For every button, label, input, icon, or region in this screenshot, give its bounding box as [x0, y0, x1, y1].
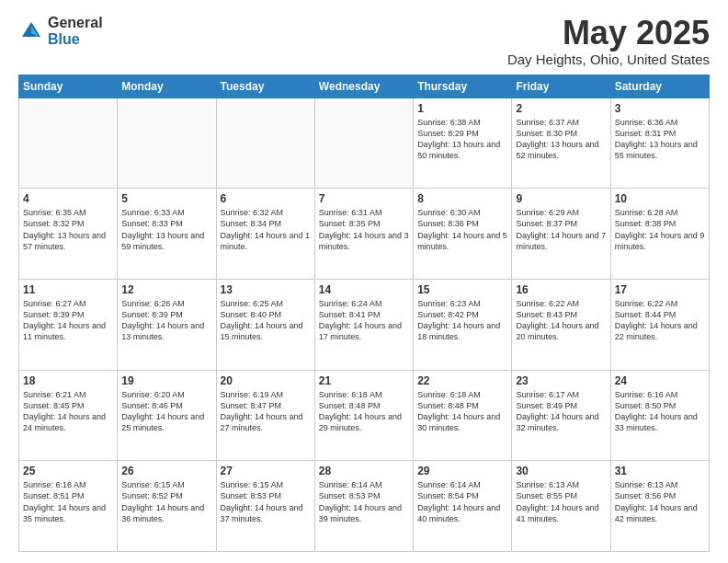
- day-number: 28: [319, 465, 409, 477]
- cell-text: Sunrise: 6:21 AM Sunset: 8:45 PM Dayligh…: [23, 389, 113, 434]
- calendar-table: SundayMondayTuesdayWednesdayThursdayFrid…: [18, 75, 710, 552]
- calendar-cell: 5Sunrise: 6:33 AM Sunset: 8:33 PM Daylig…: [118, 189, 216, 280]
- calendar-cell: 10Sunrise: 6:28 AM Sunset: 8:38 PM Dayli…: [610, 189, 709, 280]
- calendar-cell: 20Sunrise: 6:19 AM Sunset: 8:47 PM Dayli…: [216, 370, 314, 461]
- day-number: 7: [319, 192, 409, 205]
- calendar-cell: [216, 98, 314, 189]
- header-cell-saturday: Saturday: [610, 75, 709, 98]
- calendar-cell: 25Sunrise: 6:16 AM Sunset: 8:51 PM Dayli…: [19, 461, 118, 552]
- day-number: 2: [516, 102, 606, 115]
- day-number: 18: [23, 374, 113, 387]
- cell-text: Sunrise: 6:15 AM Sunset: 8:52 PM Dayligh…: [121, 479, 211, 524]
- day-number: 25: [23, 465, 113, 477]
- calendar-cell: 31Sunrise: 6:13 AM Sunset: 8:56 PM Dayli…: [610, 461, 709, 552]
- day-number: 31: [615, 465, 705, 477]
- logo-icon: [18, 18, 44, 44]
- day-number: 8: [417, 192, 507, 205]
- day-number: 21: [319, 374, 409, 387]
- calendar-cell: 29Sunrise: 6:14 AM Sunset: 8:54 PM Dayli…: [414, 461, 512, 552]
- calendar-cell: 19Sunrise: 6:20 AM Sunset: 8:46 PM Dayli…: [118, 370, 216, 461]
- calendar-cell: 2Sunrise: 6:37 AM Sunset: 8:30 PM Daylig…: [512, 98, 610, 189]
- subtitle: Day Heights, Ohio, United States: [507, 52, 710, 67]
- cell-text: Sunrise: 6:19 AM Sunset: 8:47 PM Dayligh…: [221, 389, 311, 434]
- day-number: 14: [319, 283, 409, 296]
- day-number: 17: [615, 283, 705, 296]
- calendar-cell: 22Sunrise: 6:18 AM Sunset: 8:48 PM Dayli…: [414, 370, 512, 461]
- cell-text: Sunrise: 6:16 AM Sunset: 8:50 PM Dayligh…: [615, 389, 705, 434]
- day-number: 9: [516, 192, 606, 205]
- cell-text: Sunrise: 6:25 AM Sunset: 8:40 PM Dayligh…: [221, 298, 311, 343]
- calendar-cell: 30Sunrise: 6:13 AM Sunset: 8:55 PM Dayli…: [512, 461, 610, 552]
- header-cell-sunday: Sunday: [19, 75, 118, 98]
- cell-text: Sunrise: 6:13 AM Sunset: 8:56 PM Dayligh…: [615, 479, 705, 524]
- day-number: 26: [121, 465, 211, 477]
- logo: General Blue: [18, 15, 103, 47]
- calendar-cell: [19, 98, 118, 189]
- calendar-cell: 15Sunrise: 6:23 AM Sunset: 8:42 PM Dayli…: [414, 279, 512, 370]
- day-number: 3: [615, 102, 705, 115]
- day-number: 12: [121, 283, 211, 296]
- day-number: 23: [516, 374, 606, 387]
- calendar-cell: 9Sunrise: 6:29 AM Sunset: 8:37 PM Daylig…: [512, 189, 610, 280]
- calendar-header: SundayMondayTuesdayWednesdayThursdayFrid…: [19, 75, 710, 98]
- day-number: 16: [516, 283, 606, 296]
- week-row-3: 18Sunrise: 6:21 AM Sunset: 8:45 PM Dayli…: [19, 370, 710, 461]
- day-number: 6: [221, 192, 311, 205]
- logo-text: General Blue: [48, 15, 103, 47]
- cell-text: Sunrise: 6:15 AM Sunset: 8:53 PM Dayligh…: [221, 479, 311, 524]
- cell-text: Sunrise: 6:22 AM Sunset: 8:43 PM Dayligh…: [516, 298, 606, 343]
- calendar-cell: 24Sunrise: 6:16 AM Sunset: 8:50 PM Dayli…: [610, 370, 709, 461]
- calendar-cell: 17Sunrise: 6:22 AM Sunset: 8:44 PM Dayli…: [610, 279, 709, 370]
- calendar-cell: 21Sunrise: 6:18 AM Sunset: 8:48 PM Dayli…: [314, 370, 413, 461]
- calendar-cell: 1Sunrise: 6:38 AM Sunset: 8:29 PM Daylig…: [414, 98, 512, 189]
- cell-text: Sunrise: 6:14 AM Sunset: 8:53 PM Dayligh…: [319, 479, 409, 524]
- cell-text: Sunrise: 6:38 AM Sunset: 8:29 PM Dayligh…: [417, 117, 507, 162]
- cell-text: Sunrise: 6:23 AM Sunset: 8:42 PM Dayligh…: [417, 298, 507, 343]
- cell-text: Sunrise: 6:13 AM Sunset: 8:55 PM Dayligh…: [516, 479, 606, 524]
- week-row-0: 1Sunrise: 6:38 AM Sunset: 8:29 PM Daylig…: [19, 98, 710, 189]
- day-number: 22: [417, 374, 507, 387]
- day-number: 27: [221, 465, 311, 477]
- main-title: May 2025: [507, 15, 710, 52]
- calendar-cell: 18Sunrise: 6:21 AM Sunset: 8:45 PM Dayli…: [19, 370, 118, 461]
- day-number: 20: [221, 374, 311, 387]
- cell-text: Sunrise: 6:17 AM Sunset: 8:49 PM Dayligh…: [516, 389, 606, 434]
- page: General Blue May 2025 Day Heights, Ohio,…: [0, 0, 728, 563]
- calendar-cell: [314, 98, 413, 189]
- calendar-cell: 27Sunrise: 6:15 AM Sunset: 8:53 PM Dayli…: [216, 461, 314, 552]
- calendar-cell: [118, 98, 216, 189]
- calendar-cell: 8Sunrise: 6:30 AM Sunset: 8:36 PM Daylig…: [414, 189, 512, 280]
- header-cell-thursday: Thursday: [414, 75, 512, 98]
- day-number: 11: [23, 283, 113, 296]
- day-number: 10: [615, 192, 705, 205]
- calendar-cell: 16Sunrise: 6:22 AM Sunset: 8:43 PM Dayli…: [512, 279, 610, 370]
- cell-text: Sunrise: 6:22 AM Sunset: 8:44 PM Dayligh…: [615, 298, 705, 343]
- day-number: 29: [417, 465, 507, 477]
- calendar-cell: 26Sunrise: 6:15 AM Sunset: 8:52 PM Dayli…: [118, 461, 216, 552]
- week-row-2: 11Sunrise: 6:27 AM Sunset: 8:39 PM Dayli…: [19, 279, 710, 370]
- cell-text: Sunrise: 6:31 AM Sunset: 8:35 PM Dayligh…: [319, 207, 409, 252]
- calendar-cell: 6Sunrise: 6:32 AM Sunset: 8:34 PM Daylig…: [216, 189, 314, 280]
- cell-text: Sunrise: 6:26 AM Sunset: 8:39 PM Dayligh…: [121, 298, 211, 343]
- header-row: SundayMondayTuesdayWednesdayThursdayFrid…: [19, 75, 710, 98]
- cell-text: Sunrise: 6:18 AM Sunset: 8:48 PM Dayligh…: [319, 389, 409, 434]
- calendar-cell: 11Sunrise: 6:27 AM Sunset: 8:39 PM Dayli…: [19, 279, 118, 370]
- header-cell-monday: Monday: [118, 75, 216, 98]
- logo-general-text: General: [48, 15, 103, 31]
- cell-text: Sunrise: 6:24 AM Sunset: 8:41 PM Dayligh…: [319, 298, 409, 343]
- cell-text: Sunrise: 6:32 AM Sunset: 8:34 PM Dayligh…: [221, 207, 311, 252]
- cell-text: Sunrise: 6:14 AM Sunset: 8:54 PM Dayligh…: [417, 479, 507, 524]
- cell-text: Sunrise: 6:28 AM Sunset: 8:38 PM Dayligh…: [615, 207, 705, 252]
- header: General Blue May 2025 Day Heights, Ohio,…: [18, 15, 710, 67]
- cell-text: Sunrise: 6:37 AM Sunset: 8:30 PM Dayligh…: [516, 117, 606, 162]
- title-block: May 2025 Day Heights, Ohio, United State…: [507, 15, 710, 67]
- header-cell-tuesday: Tuesday: [216, 75, 314, 98]
- logo-blue-text: Blue: [48, 31, 103, 48]
- cell-text: Sunrise: 6:27 AM Sunset: 8:39 PM Dayligh…: [23, 298, 113, 343]
- cell-text: Sunrise: 6:33 AM Sunset: 8:33 PM Dayligh…: [121, 207, 211, 252]
- calendar-cell: 7Sunrise: 6:31 AM Sunset: 8:35 PM Daylig…: [314, 189, 413, 280]
- day-number: 13: [221, 283, 311, 296]
- calendar-cell: 4Sunrise: 6:35 AM Sunset: 8:32 PM Daylig…: [19, 189, 118, 280]
- week-row-1: 4Sunrise: 6:35 AM Sunset: 8:32 PM Daylig…: [19, 189, 710, 280]
- calendar-cell: 14Sunrise: 6:24 AM Sunset: 8:41 PM Dayli…: [314, 279, 413, 370]
